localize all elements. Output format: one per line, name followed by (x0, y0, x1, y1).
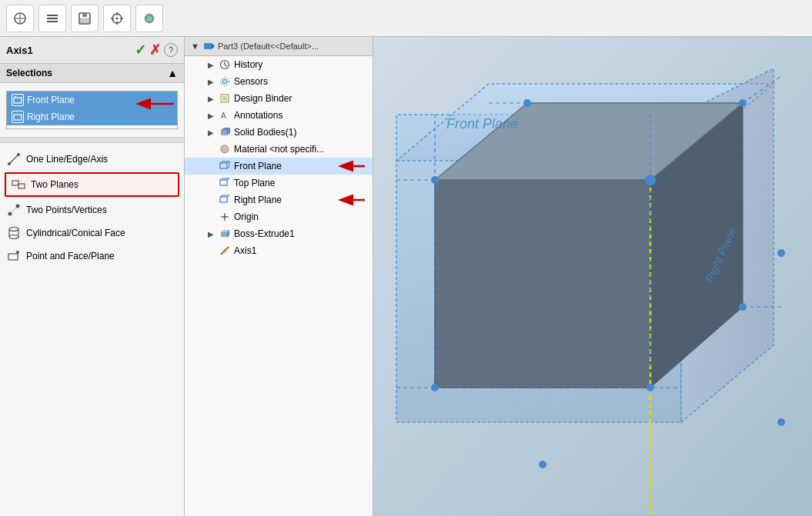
color-button[interactable] (135, 5, 163, 32)
sketch-icon (12, 11, 28, 26)
method-point-face[interactable]: Point and Face/Plane (0, 245, 184, 268)
axis-title: Axis1 (6, 45, 33, 56)
front-plane-icon (219, 160, 231, 172)
svg-point-29 (9, 228, 18, 231)
tree-history[interactable]: ▶ History (185, 56, 373, 73)
tree-boss-extrude[interactable]: ▶ Boss-Extrude1 (185, 225, 373, 242)
design-binder-icon (219, 92, 231, 105)
svg-marker-80 (435, 180, 650, 388)
design-binder-label: Design Binder (234, 93, 366, 104)
axis-header: Axis1 ✓ ✗ ? (0, 37, 184, 64)
method-cylindrical[interactable]: Cylindrical/Conical Face (0, 221, 184, 245)
tree-root[interactable]: ▼ Part3 (Default<<Default>... (185, 37, 373, 56)
svg-point-97 (647, 384, 654, 391)
save-button[interactable] (71, 5, 99, 32)
svg-point-15 (144, 13, 155, 24)
svg-point-101 (539, 461, 546, 468)
svg-point-49 (221, 145, 229, 153)
tree-origin[interactable]: Origin (185, 208, 373, 225)
material-label: Material <not specifi... (234, 144, 366, 155)
color-icon (142, 11, 157, 26)
svg-point-100 (523, 99, 531, 107)
list-button[interactable] (38, 5, 66, 32)
tree-material[interactable]: Material <not specifi... (185, 141, 373, 158)
svg-rect-33 (8, 254, 18, 260)
svg-rect-8 (80, 18, 89, 23)
tree-axis1[interactable]: Axis1 (185, 242, 373, 259)
expand-right-plane (206, 195, 216, 205)
expand-top-plane (206, 178, 216, 188)
svg-rect-61 (220, 197, 227, 202)
tree-solid-bodies[interactable]: ▶ Solid Bodies(1) (185, 124, 373, 141)
axis1-icon (219, 245, 231, 257)
svg-point-96 (645, 175, 656, 185)
tree-front-plane[interactable]: Front Plane (185, 158, 373, 175)
front-plane-arrow (336, 160, 366, 172)
method-two-planes-label: Two Planes (31, 179, 79, 190)
method-options: One Line/Edge/Axis Two Planes (0, 146, 184, 269)
svg-point-95 (431, 176, 439, 184)
tree-right-plane[interactable]: Right Plane (185, 191, 373, 208)
svg-rect-25 (18, 184, 25, 188)
svg-line-19 (22, 96, 22, 98)
method-two-points[interactable]: Two Points/Vertices (0, 198, 184, 221)
two-points-icon (6, 202, 22, 218)
tree-design-binder[interactable]: ▶ Design Binder (185, 90, 373, 107)
sensors-icon (219, 75, 231, 88)
history-icon (219, 58, 231, 71)
crosshair-icon (109, 11, 125, 26)
svg-point-10 (116, 17, 119, 19)
right-plane-arrow (336, 194, 366, 206)
svg-rect-5 (47, 21, 58, 22)
tree-annotations[interactable]: ▶ A Annotations (185, 107, 373, 124)
tree-top-plane[interactable]: Top Plane (185, 175, 373, 191)
annotations-label: Annotations (234, 110, 366, 121)
svg-point-22 (8, 162, 11, 165)
expand-solid-bodies: ▶ (206, 128, 216, 137)
svg-point-102 (777, 249, 785, 257)
sensors-label: Sensors (234, 76, 366, 87)
svg-point-68 (224, 216, 226, 218)
list-icon (45, 11, 60, 26)
material-icon (219, 143, 231, 155)
origin-label: Origin (234, 211, 366, 222)
tree-sensors[interactable]: ▶ Sensors (185, 73, 373, 90)
svg-point-30 (9, 235, 18, 239)
expand-history: ▶ (206, 60, 216, 69)
svg-rect-7 (82, 13, 87, 17)
svg-rect-3 (47, 15, 58, 16)
method-one-line[interactable]: One Line/Edge/Axis (0, 148, 184, 171)
axis-actions: ✓ ✗ ? (135, 42, 178, 58)
svg-rect-47 (221, 130, 227, 135)
history-label: History (234, 59, 366, 70)
viewport[interactable]: Front Plane Right Plane (373, 37, 812, 516)
svg-point-40 (222, 79, 227, 84)
save-icon (77, 11, 92, 26)
svg-point-103 (777, 418, 785, 426)
right-plane-icon (219, 194, 231, 206)
top-plane-icon (219, 177, 231, 189)
svg-point-98 (739, 99, 747, 107)
3d-scene: Front Plane Right Plane (373, 37, 812, 516)
selections-header: Selections ▲ (0, 64, 184, 83)
selections-label: Selections (6, 68, 52, 78)
one-line-icon (6, 151, 22, 167)
svg-point-99 (739, 303, 747, 311)
method-two-planes[interactable]: Two Planes (5, 172, 179, 197)
axis-cancel-button[interactable]: ✗ (149, 42, 161, 58)
expand-origin (206, 212, 216, 221)
sketch-button[interactable] (6, 5, 34, 32)
expand-sensors: ▶ (206, 77, 216, 86)
axis-help-button[interactable]: ? (164, 43, 178, 57)
front-plane-label: Front Plane (27, 95, 75, 105)
selections-toggle[interactable]: ▲ (167, 67, 178, 79)
method-point-face-label: Point and Face/Plane (26, 251, 115, 261)
annotations-icon: A (219, 109, 231, 122)
axis1-label: Axis1 (234, 245, 366, 256)
boss-extrude-label: Boss-Extrude1 (234, 228, 366, 239)
svg-rect-50 (220, 163, 227, 168)
svg-rect-24 (12, 181, 18, 185)
axis-ok-button[interactable]: ✓ (135, 42, 146, 58)
expand-front-plane (206, 161, 216, 171)
crosshair-button[interactable] (103, 5, 131, 32)
